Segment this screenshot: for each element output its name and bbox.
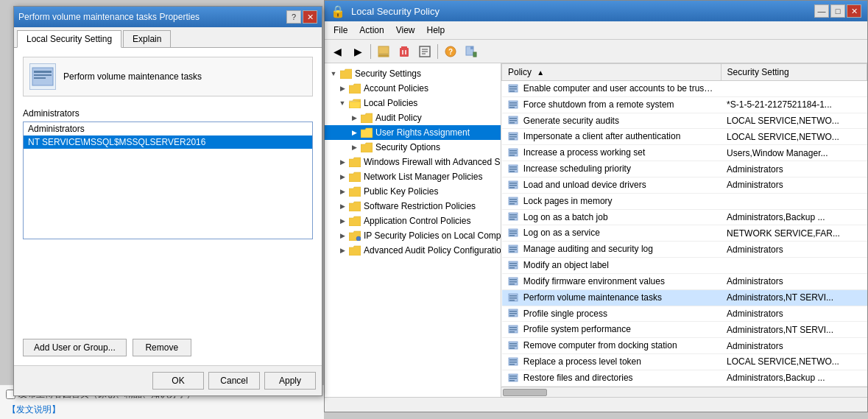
listbox[interactable]: Administrators NT SERVICE\MSSQL$MSSQLSER… bbox=[23, 122, 313, 239]
expand-icon[interactable]: ▶ bbox=[336, 171, 348, 183]
svg-rect-55 bbox=[509, 219, 515, 220]
tree-item-network-list[interactable]: ▶ Network List Manager Policies bbox=[325, 169, 501, 184]
dialog-content: Perform volume maintenance tasks Adminis… bbox=[14, 48, 322, 365]
expand-icon[interactable]: ▶ bbox=[336, 244, 348, 256]
tree-label: Audit Policy bbox=[375, 113, 422, 123]
expand-icon[interactable]: ▶ bbox=[336, 186, 348, 197]
tree-label: Security Settings bbox=[355, 68, 421, 79]
scrollbar-thumb[interactable] bbox=[503, 389, 547, 396]
help-button[interactable]: ? bbox=[286, 10, 301, 24]
table-row[interactable]: Perform volume maintenance tasksAdminist… bbox=[502, 289, 867, 306]
svg-rect-75 bbox=[509, 300, 515, 301]
remove-button[interactable]: Remove bbox=[133, 339, 191, 356]
svg-rect-47 bbox=[509, 187, 515, 189]
col-setting[interactable]: Security Setting bbox=[721, 64, 867, 81]
svg-rect-83 bbox=[509, 331, 515, 333]
table-row[interactable]: Modify an object label bbox=[502, 258, 867, 274]
post-link[interactable]: 【发文说明】 bbox=[7, 404, 60, 415]
expand-icon[interactable]: ▶ bbox=[336, 156, 348, 168]
content-scroll[interactable]: Policy ▲ Security Setting bbox=[501, 63, 867, 387]
svg-rect-3 bbox=[34, 77, 46, 79]
policy-cell: Profile system performance bbox=[502, 322, 721, 338]
close-button[interactable]: ✕ bbox=[303, 10, 317, 24]
expand-icon[interactable]: ▶ bbox=[348, 127, 360, 138]
menu-action[interactable]: Action bbox=[353, 23, 389, 38]
menu-view[interactable]: View bbox=[390, 23, 421, 38]
table-row[interactable]: Profile system performanceAdministrators… bbox=[502, 322, 867, 338]
tree-item-security-settings[interactable]: ▼ Security Settings bbox=[325, 66, 501, 81]
tree-item-user-rights[interactable]: ▶ User Rights Assignment bbox=[325, 125, 501, 140]
svg-rect-2 bbox=[34, 74, 52, 76]
tree-item-ip-security[interactable]: ▶ IP Security Policies on Local Compute.… bbox=[325, 228, 501, 243]
table-row[interactable]: Replace a process level tokenLOCAL SERVI… bbox=[502, 354, 867, 370]
tree-item-windows-firewall[interactable]: ▶ Windows Firewall with Advanced Secu... bbox=[325, 155, 501, 169]
horizontal-scrollbar[interactable] bbox=[501, 387, 867, 397]
table-row[interactable]: Force shutdown from a remote system*S-1-… bbox=[502, 96, 867, 113]
tree-label: Windows Firewall with Advanced Secu... bbox=[364, 157, 501, 167]
tree-item-security-options[interactable]: ▶ Security Options bbox=[325, 140, 501, 155]
forward-button[interactable]: ▶ bbox=[348, 43, 367, 60]
table-row[interactable]: Remove computer from docking stationAdmi… bbox=[502, 338, 867, 354]
svg-rect-38 bbox=[509, 152, 517, 154]
up-button[interactable] bbox=[374, 43, 393, 60]
table-row[interactable]: Impersonate a client after authenticatio… bbox=[502, 129, 867, 145]
tab-local-security-setting[interactable]: Local Security Setting bbox=[17, 30, 121, 48]
add-user-button[interactable]: Add User or Group... bbox=[23, 339, 127, 356]
back-button[interactable]: ◀ bbox=[328, 43, 347, 60]
expand-icon[interactable]: ▶ bbox=[348, 141, 360, 153]
setting-cell: LOCAL SERVICE,NETWO... bbox=[721, 129, 867, 145]
svg-rect-57 bbox=[509, 230, 517, 232]
tree-item-audit-policy[interactable]: ▶ Audit Policy bbox=[325, 110, 501, 125]
expand-icon[interactable]: ▶ bbox=[336, 200, 348, 212]
folder-icon bbox=[348, 156, 361, 168]
table-row[interactable]: Lock pages in memory bbox=[502, 193, 867, 209]
dialog-titlebar: Perform volume maintenance tasks Propert… bbox=[14, 7, 322, 27]
delete-button[interactable] bbox=[395, 43, 414, 60]
tree-item-local-policies[interactable]: ▼ Local Policies bbox=[325, 96, 501, 110]
tab-explain[interactable]: Explain bbox=[123, 30, 171, 47]
apply-button[interactable]: Apply bbox=[264, 372, 316, 390]
table-row[interactable]: Increase a process working setUsers,Wind… bbox=[502, 145, 867, 161]
list-item-selected[interactable]: NT SERVICE\MSSQL$MSSQLSERVER2016 bbox=[24, 135, 312, 149]
tree-item-public-key[interactable]: ▶ Public Key Policies bbox=[325, 184, 501, 199]
col-policy[interactable]: Policy ▲ bbox=[502, 64, 721, 81]
tree-item-account-policies[interactable]: ▶ Account Policies bbox=[325, 81, 501, 96]
help-toolbar-button[interactable]: ? bbox=[441, 43, 460, 60]
policy-cell: Load and unload device drivers bbox=[502, 177, 721, 193]
maximize-button[interactable]: □ bbox=[830, 4, 845, 18]
table-row[interactable]: Modify firmware environment valuesAdmini… bbox=[502, 273, 867, 289]
menu-help[interactable]: Help bbox=[421, 23, 451, 38]
tree-item-app-control[interactable]: ▶ Application Control Policies bbox=[325, 214, 501, 228]
table-row[interactable]: Manage auditing and security logAdminist… bbox=[502, 242, 867, 258]
folder-icon bbox=[348, 171, 361, 183]
export-button[interactable] bbox=[462, 43, 481, 60]
ok-button[interactable]: OK bbox=[152, 372, 204, 390]
svg-rect-5 bbox=[378, 54, 389, 57]
expand-icon[interactable]: ▼ bbox=[328, 68, 339, 80]
properties-button[interactable] bbox=[415, 43, 434, 60]
main-close-button[interactable]: ✕ bbox=[847, 4, 861, 18]
table-row[interactable]: Generate security auditsLOCAL SERVICE,NE… bbox=[502, 113, 867, 129]
expand-icon[interactable]: ▶ bbox=[348, 112, 360, 124]
tree-item-software-restriction[interactable]: ▶ Software Restriction Policies bbox=[325, 199, 501, 214]
tree-label: Security Options bbox=[375, 142, 440, 152]
table-row[interactable]: Log on as a serviceNETWORK SERVICE,FAR..… bbox=[502, 225, 867, 242]
expand-icon[interactable]: ▶ bbox=[336, 215, 348, 227]
table-row[interactable]: Log on as a batch jobAdministrators,Back… bbox=[502, 209, 867, 225]
expand-icon[interactable]: ▶ bbox=[336, 230, 348, 242]
list-item[interactable]: Administrators bbox=[24, 122, 312, 135]
tree-panel[interactable]: ▼ Security Settings ▶ Account Policies ▼ bbox=[325, 63, 501, 397]
table-row[interactable]: Load and unload device driversAdministra… bbox=[502, 177, 867, 193]
menu-file[interactable]: File bbox=[328, 23, 353, 38]
svg-rect-41 bbox=[509, 166, 517, 168]
table-row[interactable]: Increase scheduling priorityAdministrato… bbox=[502, 161, 867, 177]
table-row[interactable]: Restore files and directoriesAdministrat… bbox=[502, 370, 867, 386]
expand-icon[interactable]: ▶ bbox=[336, 82, 348, 94]
svg-rect-33 bbox=[509, 134, 517, 135]
table-row[interactable]: Enable computer and user accounts to be … bbox=[502, 81, 867, 97]
cancel-button[interactable]: Cancel bbox=[208, 372, 260, 390]
table-row[interactable]: Profile single processAdministrators bbox=[502, 306, 867, 322]
minimize-button[interactable]: — bbox=[814, 4, 829, 18]
expand-icon[interactable]: ▼ bbox=[336, 97, 348, 109]
tree-item-advanced-audit[interactable]: ▶ Advanced Audit Policy Configuration bbox=[325, 243, 501, 258]
